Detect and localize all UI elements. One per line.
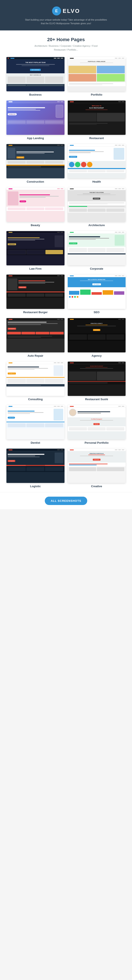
thumb-construction[interactable]: READ MORE [6,144,65,178]
page-item-app-landing[interactable]: DOWNLOAD App Landing [6,100,65,140]
page-label-logistic: Logistic [30,485,41,488]
page-item-agency[interactable]: CREATIVE AGENCY OUR WORK Agency [68,318,126,357]
thumb-seo[interactable]: SEO & DIGITAL MARKETING GET STARTED [68,275,126,309]
page-label-creative: Creative [91,485,102,488]
page-item-auto-repair[interactable]: GET A QUOTE Auto Repair [6,318,65,357]
header-tagline: Start building your unique website today… [4,18,128,25]
page-label-app-landing: App Landing [27,137,44,140]
thumb-beauty[interactable]: EXPLORE [6,188,65,222]
thumb-agency[interactable]: CREATIVE AGENCY OUR WORK [68,318,126,352]
page-item-beauty[interactable]: EXPLORE Beauty [6,188,65,227]
thumb-business[interactable]: THE MOST POPULAR TEAM GET STARTED WHY CH… [6,57,65,91]
page-item-restaurant[interactable]: Welcome to ELVO RESTAURANT Restaurant [68,100,126,140]
page-label-health: Health [92,180,101,183]
thumb-portfolio[interactable]: PORTFOLIO / FREELANCER [68,57,126,91]
logo-letter: E [55,9,58,13]
page-label-consulting: Consulting [28,398,43,401]
thumb-dentist[interactable]: BOOK NOW [6,405,65,439]
thumb-personal-portfolio[interactable]: I'm Web Designer! HIRE ME [68,405,126,439]
header: E ELVO Start building your unique websit… [0,0,132,30]
page-item-business[interactable]: THE MOST POPULAR TEAM GET STARTED WHY CH… [6,57,65,96]
page-label-portfolio: Portfolio [91,93,102,96]
thumb-law-firm[interactable]: LEARN MORE [6,231,65,266]
page-label-corporate: Corporate [90,267,103,270]
page-item-restaurant-burger[interactable]: ORDER NOW Restaurant Burger [6,275,65,314]
page-item-portfolio[interactable]: PORTFOLIO / FREELANCER Portfolio [68,57,126,96]
logo-circle: E [52,6,61,16]
page-label-agency: Agency [92,354,102,357]
page-label-personal-portfolio: Personal Portfolio [85,441,109,444]
page-label-restaurant: Restaurant [89,137,104,140]
thumb-restaurant-burger[interactable]: ORDER NOW [6,275,65,309]
main-content: 20+ Home Pages Architecture / Business /… [0,30,132,492]
page-item-restaurant-sushi[interactable]: SUSHI RESTAURANT Restaurant Sushi [68,362,126,401]
logo-area: E ELVO [52,6,80,16]
thumb-creative[interactable]: CREATIVE PORTFOLIO VIEW WORK [68,449,126,483]
logo-name: ELVO [63,8,80,14]
thumb-consulting[interactable]: CONTACT US [6,362,65,396]
thumb-corporate[interactable]: GET STARTED [68,231,126,266]
page-item-architecture[interactable]: THE BEST SOLUTIONS VIEW MORE [68,188,126,227]
page-label-restaurant-sushi: Restaurant Sushi [85,398,108,401]
thumb-auto-repair[interactable]: GET A QUOTE [6,318,65,352]
page-label-architecture: Architecture [88,224,105,227]
page-item-creative[interactable]: CREATIVE PORTFOLIO VIEW WORK [68,449,126,488]
page-label-auto-repair: Auto Repair [27,354,43,357]
page-item-law-firm[interactable]: LEARN MORE Law Firm [6,231,65,270]
thumb-app-landing[interactable]: DOWNLOAD [6,100,65,135]
thumb-architecture[interactable]: THE BEST SOLUTIONS VIEW MORE [68,188,126,222]
page-label-restaurant-burger: Restaurant Burger [23,310,48,314]
page-label-law-firm: Law Firm [29,267,41,270]
page-label-dentist: Dentist [31,441,40,444]
page-item-health[interactable]: LEARN MORE [68,144,126,183]
page-label-business: Business [29,93,41,96]
thumb-restaurant-sushi[interactable]: SUSHI RESTAURANT [68,362,126,396]
page-item-personal-portfolio[interactable]: I'm Web Designer! HIRE ME Personal Portf… [68,405,126,444]
page-item-dentist[interactable]: BOOK NOW Dentist [6,405,65,444]
page-item-consulting[interactable]: CONTACT US Consulting [6,362,65,401]
page-label-seo: SEO [94,310,99,314]
page-item-seo[interactable]: SEO & DIGITAL MARKETING GET STARTED [68,275,126,314]
page-label-construction: Construction [27,180,44,183]
page-item-construction[interactable]: READ MORE Const [6,144,65,183]
all-screenshots-button[interactable]: ALL SCREENSHOTS [45,496,87,505]
thumb-restaurant[interactable]: Welcome to ELVO RESTAURANT [68,100,126,135]
pages-grid: THE MOST POPULAR TEAM GET STARTED WHY CH… [6,57,126,488]
footer-area: ALL SCREENSHOTS [0,492,132,509]
section-subtitle: Architecture / Business / Corporate / Cr… [6,44,126,52]
page-label-beauty: Beauty [31,224,40,227]
thumb-health[interactable]: LEARN MORE [68,144,126,178]
page-item-logistic[interactable]: GET QUOTE Logistic [6,449,65,488]
page-item-corporate[interactable]: GET STARTED Corporate [68,231,126,270]
thumb-logistic[interactable]: GET QUOTE [6,449,65,483]
section-title: 20+ Home Pages [6,37,126,43]
